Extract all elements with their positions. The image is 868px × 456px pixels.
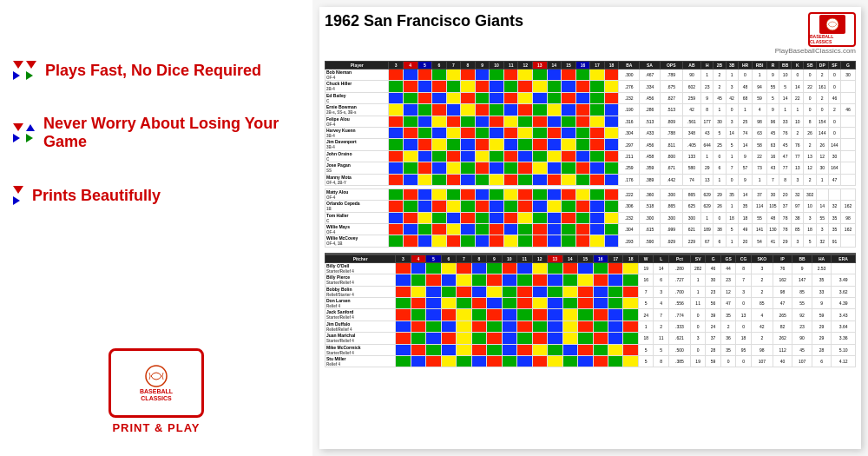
card-header: 1962 San Francisco Giants BASEBALL CLASS… <box>325 12 856 57</box>
prints-arrows <box>13 186 23 205</box>
pitchers-header-row: Pitcher 3 4 5 6 7 8 9 10 11 12 13 14 15 <box>326 254 856 262</box>
arrow-down-red-4 <box>13 186 23 194</box>
pcol-g: G <box>706 254 720 262</box>
pcol-18: 18 <box>623 254 638 262</box>
pcol-pct: Pct <box>668 254 690 262</box>
table-row: Jose PaganSS .259 .359 .671 580 29 <box>326 162 856 174</box>
table-row: Orlando Cepeda1B .306 .518 .865 625 <box>326 201 856 212</box>
pcol-8: 8 <box>471 254 486 262</box>
never-worry-arrows <box>13 123 35 142</box>
pcol-ip: IP <box>773 254 792 262</box>
arrow-up-blue-1 <box>26 124 35 131</box>
pcol-3: 3 <box>396 254 411 262</box>
player-name: Jose PaganSS <box>326 162 389 174</box>
col-11: 11 <box>503 62 518 69</box>
col-rbi: RBI <box>753 62 767 69</box>
col-2b: 2B <box>713 62 726 69</box>
pcol-cg: CG <box>736 254 751 262</box>
brand-name-label: BASEBALL CLASSICS <box>810 34 854 44</box>
game-card: 1962 San Francisco Giants BASEBALL CLASS… <box>319 7 861 449</box>
brand-logo-box: BASEBALLCLASSICS <box>108 348 204 418</box>
table-row: Tom HallerC .232 .300 .300 300 1 <box>326 212 856 223</box>
svg-point-0 <box>146 366 167 387</box>
arrow-right-green-1 <box>26 71 33 80</box>
table-row: Manny MotaOF-4, 2B-Y .176 .389 .442 74 <box>326 174 856 185</box>
pcol-ha: HA <box>812 254 831 262</box>
batters-header-row: Player 3 4 5 6 7 8 9 10 11 12 13 14 15 <box>326 62 856 69</box>
table-row: Stu MillerRelief 4 5 8 .385 19 59 <box>326 355 856 367</box>
pcol-12: 12 <box>532 254 547 262</box>
pitcher-name: Don LarsenRelief 4 <box>326 298 396 309</box>
col-ops: OPS <box>660 62 682 69</box>
feature-plays-fast: Plays Fast, No Dice Required <box>13 61 299 96</box>
pcol-bb: BB <box>792 254 812 262</box>
col-8: 8 <box>461 62 476 69</box>
pcol-sv: SV <box>690 254 705 262</box>
baseball-icon <box>144 364 168 388</box>
arrow-down-red-1 <box>13 61 23 69</box>
col-dp: DP <box>816 62 828 69</box>
pcol-11: 11 <box>517 254 532 262</box>
col-6: 6 <box>432 62 447 69</box>
table-row: Willie MaysOF-4 .304 .615 .999 621 1 <box>326 224 856 235</box>
col-r: R <box>766 62 779 69</box>
table-row: Billy PierceStarter/Relief 4 16 6 .727 1 <box>326 274 856 286</box>
player-name: Harvey Kuenn3B-4 <box>326 127 389 138</box>
arrow-right-blue-3 <box>13 196 20 205</box>
table-row: Felipe AlouOF-4 .316 .513 .809 .561 <box>326 116 856 127</box>
pcol-5: 5 <box>426 254 441 262</box>
col-18: 18 <box>604 62 619 69</box>
pcol-9: 9 <box>487 254 502 262</box>
pitchers-section: Pitcher 3 4 5 6 7 8 9 10 11 12 13 14 15 <box>325 253 856 368</box>
player-name: John OrsinoC <box>326 150 389 162</box>
player-name: Matty AlouOF-4 <box>326 188 389 200</box>
pcol-7: 7 <box>457 254 471 262</box>
col-sb: SB <box>804 62 816 69</box>
pitcher-name: Bobby BolinRelief/Starter 4 <box>326 286 396 297</box>
col-g: G <box>841 62 856 69</box>
batters-table: Player 3 4 5 6 7 8 9 10 11 12 13 14 15 <box>325 61 856 186</box>
pcol-l: L <box>654 254 668 262</box>
player-name: Willie MaysOF-4 <box>326 224 389 235</box>
col-hr: HR <box>738 62 753 69</box>
table-row: Ernie Bowman2B-s, SS-s, 3B-s .190 .286 .… <box>326 104 856 116</box>
col-player: Player <box>326 62 389 69</box>
pcol-gs: GS <box>720 254 735 262</box>
table-row: Harvey Kuenn3B-4 .304 .433 .788 348 <box>326 127 856 138</box>
table-row: Bobby BolinRelief/Starter 4 7 3 .700 1 <box>326 286 856 297</box>
col-sf: SF <box>828 62 840 69</box>
pitcher-name: Juan MarichalStarter/Relief 4 <box>326 333 396 344</box>
col-7: 7 <box>446 62 461 69</box>
batters-table-2: Matty AlouOF-4 .222 .360 .300 865 62 <box>325 188 856 248</box>
col-sa: SA <box>640 62 661 69</box>
never-worry-text: Never Worry About Losing Your Game <box>43 115 299 151</box>
table-row: Willie McCoveyOF-4, 1B .293 .590 .929 22… <box>326 235 856 247</box>
brand-logo: BASEBALL CLASSICS <box>808 12 856 47</box>
player-name: Ernie Bowman2B-s, SS-s, 3B-s <box>326 104 389 116</box>
player-name: Manny MotaOF-4, 2B-Y <box>326 174 389 185</box>
arrow-down-red-2 <box>26 61 36 69</box>
pitcher-name: Billy O'DellStarter/Relief 4 <box>326 262 396 274</box>
batters-section: Player 3 4 5 6 7 8 9 10 11 12 13 14 15 <box>325 61 856 250</box>
col-9: 9 <box>475 62 490 69</box>
pitcher-name: Jack SanfordStarter/Relief 4 <box>326 309 396 321</box>
player-name: Bob NiemanOF-4 <box>326 69 389 81</box>
table-row: Matty AlouOF-4 .222 .360 .300 865 62 <box>326 188 856 200</box>
col-k: K <box>792 62 804 69</box>
left-panel: Plays Fast, No Dice Required Never Worry… <box>0 0 312 456</box>
table-row: Bob NiemanOF-4 .300 .467 .789 90 1 <box>326 69 856 81</box>
col-ab: AB <box>682 62 700 69</box>
pcol-14: 14 <box>562 254 577 262</box>
table-row: Jim DuffaloRelief/Relief 4 1 2 .333 0 <box>326 321 856 332</box>
feature-never-worry: Never Worry About Losing Your Game <box>13 115 299 167</box>
arrow-right-blue-1 <box>13 71 20 80</box>
plays-fast-arrows <box>13 61 36 80</box>
right-panel: 1962 San Francisco Giants BASEBALL CLASS… <box>312 0 868 456</box>
player-name: Orlando Cepeda1B <box>326 201 389 212</box>
prints-text: Prints Beautifully <box>32 187 161 205</box>
pitchers-table: Pitcher 3 4 5 6 7 8 9 10 11 12 13 14 15 <box>325 254 856 368</box>
table-row: Mike McCormickStarter/Relief 4 5 5 .500 … <box>326 344 856 355</box>
col-3b: 3B <box>726 62 738 69</box>
table-row: Juan MarichalStarter/Relief 4 18 11 .621… <box>326 333 856 344</box>
pcol-17: 17 <box>608 254 622 262</box>
